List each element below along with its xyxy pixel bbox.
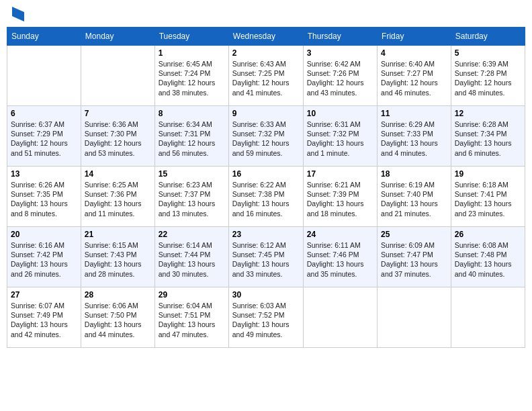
day-info: Sunrise: 6:26 AMSunset: 7:35 PMDaylight:…	[11, 180, 77, 218]
day-number: 28	[85, 290, 151, 300]
day-info: Sunrise: 6:06 AMSunset: 7:50 PMDaylight:…	[85, 301, 151, 339]
calendar-cell: 10Sunrise: 6:31 AMSunset: 7:32 PMDayligh…	[303, 106, 377, 167]
calendar-cell: 13Sunrise: 6:26 AMSunset: 7:35 PMDayligh…	[7, 167, 81, 227]
calendar-cell: 3Sunrise: 6:42 AMSunset: 7:26 PMDaylight…	[303, 46, 377, 106]
day-number: 6	[11, 109, 77, 118]
day-info: Sunrise: 6:37 AMSunset: 7:29 PMDaylight:…	[11, 120, 77, 158]
column-header-sunday: Sunday	[7, 28, 81, 46]
day-number: 2	[232, 48, 300, 58]
day-number: 15	[159, 169, 225, 179]
day-number: 13	[11, 169, 77, 179]
day-info: Sunrise: 6:43 AMSunset: 7:25 PMDaylight:…	[232, 59, 300, 97]
calendar-week-row: 27Sunrise: 6:07 AMSunset: 7:49 PMDayligh…	[7, 287, 525, 348]
calendar-cell: 1Sunrise: 6:45 AMSunset: 7:24 PMDaylight…	[154, 46, 228, 106]
day-info: Sunrise: 6:34 AMSunset: 7:31 PMDaylight:…	[159, 120, 225, 158]
calendar-cell: 26Sunrise: 6:08 AMSunset: 7:48 PMDayligh…	[451, 227, 525, 287]
day-info: Sunrise: 6:19 AMSunset: 7:40 PMDaylight:…	[381, 180, 447, 218]
day-info: Sunrise: 6:08 AMSunset: 7:48 PMDaylight:…	[455, 240, 521, 279]
day-info: Sunrise: 6:31 AMSunset: 7:32 PMDaylight:…	[307, 120, 373, 158]
day-number: 9	[232, 109, 300, 118]
calendar-week-row: 20Sunrise: 6:16 AMSunset: 7:42 PMDayligh…	[7, 227, 525, 287]
day-info: Sunrise: 6:16 AMSunset: 7:42 PMDaylight:…	[11, 240, 77, 279]
logo	[9, 7, 24, 21]
calendar-cell: 24Sunrise: 6:11 AMSunset: 7:46 PMDayligh…	[303, 227, 377, 287]
day-info: Sunrise: 6:15 AMSunset: 7:43 PMDaylight:…	[85, 240, 151, 279]
day-number: 23	[232, 230, 300, 239]
day-number: 19	[455, 169, 521, 179]
day-info: Sunrise: 6:36 AMSunset: 7:30 PMDaylight:…	[85, 120, 151, 158]
day-info: Sunrise: 6:14 AMSunset: 7:44 PMDaylight:…	[159, 240, 225, 279]
calendar-cell: 11Sunrise: 6:29 AMSunset: 7:33 PMDayligh…	[378, 106, 451, 167]
day-info: Sunrise: 6:39 AMSunset: 7:28 PMDaylight:…	[455, 59, 521, 97]
day-number: 21	[85, 230, 151, 239]
column-header-tuesday: Tuesday	[154, 28, 228, 46]
calendar-cell: 12Sunrise: 6:28 AMSunset: 7:34 PMDayligh…	[451, 106, 525, 167]
calendar-cell: 7Sunrise: 6:36 AMSunset: 7:30 PMDaylight…	[81, 106, 154, 167]
page-header	[7, 7, 525, 21]
day-number: 26	[455, 230, 521, 239]
calendar-cell: 17Sunrise: 6:21 AMSunset: 7:39 PMDayligh…	[303, 167, 377, 227]
day-info: Sunrise: 6:28 AMSunset: 7:34 PMDaylight:…	[455, 120, 521, 158]
day-number: 25	[381, 230, 447, 239]
day-number: 27	[11, 290, 77, 300]
calendar-cell	[378, 287, 451, 348]
calendar-cell: 2Sunrise: 6:43 AMSunset: 7:25 PMDaylight…	[228, 46, 303, 106]
calendar-week-row: 1Sunrise: 6:45 AMSunset: 7:24 PMDaylight…	[7, 46, 525, 106]
day-info: Sunrise: 6:21 AMSunset: 7:39 PMDaylight:…	[307, 180, 373, 218]
calendar-header-row: SundayMondayTuesdayWednesdayThursdayFrid…	[7, 28, 525, 46]
calendar-week-row: 6Sunrise: 6:37 AMSunset: 7:29 PMDaylight…	[7, 106, 525, 167]
calendar-cell: 14Sunrise: 6:25 AMSunset: 7:36 PMDayligh…	[81, 167, 154, 227]
day-info: Sunrise: 6:45 AMSunset: 7:24 PMDaylight:…	[159, 59, 225, 97]
calendar-cell: 23Sunrise: 6:12 AMSunset: 7:45 PMDayligh…	[228, 227, 303, 287]
calendar-cell	[81, 46, 154, 106]
day-number: 11	[381, 109, 447, 118]
day-number: 12	[455, 109, 521, 118]
day-info: Sunrise: 6:42 AMSunset: 7:26 PMDaylight:…	[307, 59, 373, 97]
day-info: Sunrise: 6:04 AMSunset: 7:51 PMDaylight:…	[159, 301, 225, 339]
day-info: Sunrise: 6:12 AMSunset: 7:45 PMDaylight:…	[232, 240, 300, 279]
day-number: 17	[307, 169, 373, 179]
day-number: 1	[159, 48, 225, 58]
day-number: 5	[455, 48, 521, 58]
calendar-cell: 8Sunrise: 6:34 AMSunset: 7:31 PMDaylight…	[154, 106, 228, 167]
calendar-cell: 9Sunrise: 6:33 AMSunset: 7:32 PMDaylight…	[228, 106, 303, 167]
calendar-cell: 20Sunrise: 6:16 AMSunset: 7:42 PMDayligh…	[7, 227, 81, 287]
calendar-week-row: 13Sunrise: 6:26 AMSunset: 7:35 PMDayligh…	[7, 167, 525, 227]
calendar-cell: 25Sunrise: 6:09 AMSunset: 7:47 PMDayligh…	[378, 227, 451, 287]
day-info: Sunrise: 6:23 AMSunset: 7:37 PMDaylight:…	[159, 180, 225, 218]
day-number: 4	[381, 48, 447, 58]
day-number: 3	[307, 48, 373, 58]
calendar-table: SundayMondayTuesdayWednesdayThursdayFrid…	[7, 27, 525, 348]
day-info: Sunrise: 6:33 AMSunset: 7:32 PMDaylight:…	[232, 120, 300, 158]
day-number: 14	[85, 169, 151, 179]
day-number: 16	[232, 169, 300, 179]
calendar-cell	[7, 46, 81, 106]
day-number: 29	[159, 290, 225, 300]
logo-icon	[12, 7, 24, 21]
day-info: Sunrise: 6:03 AMSunset: 7:52 PMDaylight:…	[232, 301, 300, 339]
calendar-cell	[303, 287, 377, 348]
day-number: 10	[307, 109, 373, 118]
calendar-cell: 27Sunrise: 6:07 AMSunset: 7:49 PMDayligh…	[7, 287, 81, 348]
column-header-wednesday: Wednesday	[228, 28, 303, 46]
calendar-cell: 4Sunrise: 6:40 AMSunset: 7:27 PMDaylight…	[378, 46, 451, 106]
column-header-saturday: Saturday	[451, 28, 525, 46]
calendar-cell: 6Sunrise: 6:37 AMSunset: 7:29 PMDaylight…	[7, 106, 81, 167]
day-info: Sunrise: 6:29 AMSunset: 7:33 PMDaylight:…	[381, 120, 447, 158]
svg-marker-0	[12, 7, 24, 21]
day-number: 7	[85, 109, 151, 118]
day-number: 8	[159, 109, 225, 118]
calendar-cell: 16Sunrise: 6:22 AMSunset: 7:38 PMDayligh…	[228, 167, 303, 227]
calendar-cell	[451, 287, 525, 348]
calendar-cell: 22Sunrise: 6:14 AMSunset: 7:44 PMDayligh…	[154, 227, 228, 287]
calendar-cell: 15Sunrise: 6:23 AMSunset: 7:37 PMDayligh…	[154, 167, 228, 227]
column-header-monday: Monday	[81, 28, 154, 46]
day-info: Sunrise: 6:07 AMSunset: 7:49 PMDaylight:…	[11, 301, 77, 339]
calendar-cell: 21Sunrise: 6:15 AMSunset: 7:43 PMDayligh…	[81, 227, 154, 287]
day-info: Sunrise: 6:40 AMSunset: 7:27 PMDaylight:…	[381, 59, 447, 97]
calendar-cell: 18Sunrise: 6:19 AMSunset: 7:40 PMDayligh…	[378, 167, 451, 227]
calendar-cell: 5Sunrise: 6:39 AMSunset: 7:28 PMDaylight…	[451, 46, 525, 106]
column-header-thursday: Thursday	[303, 28, 377, 46]
day-info: Sunrise: 6:18 AMSunset: 7:41 PMDaylight:…	[455, 180, 521, 218]
day-info: Sunrise: 6:11 AMSunset: 7:46 PMDaylight:…	[307, 240, 373, 279]
